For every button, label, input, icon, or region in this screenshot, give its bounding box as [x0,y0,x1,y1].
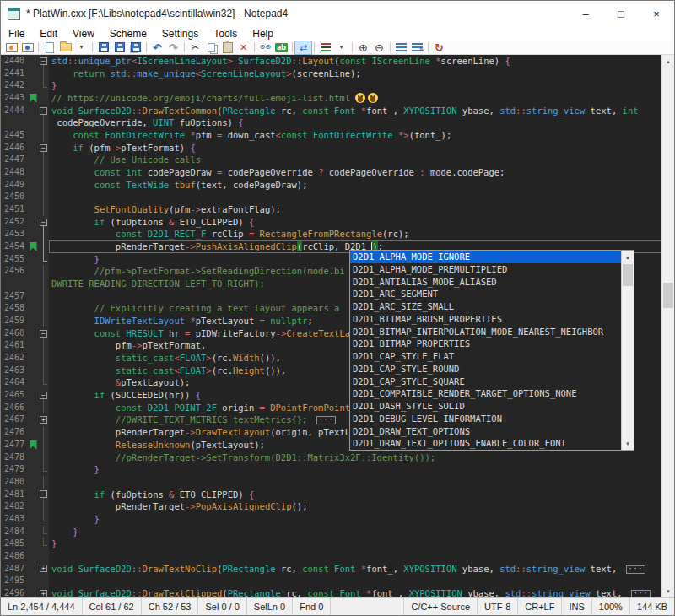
zoom-in-button[interactable]: ⊕ [355,41,371,54]
bookmark-margin[interactable] [28,228,38,240]
autocomplete-item[interactable]: D2D1_DEBUG_LEVEL_INFORMATION [350,413,621,425]
save-button[interactable] [95,41,111,54]
line-number[interactable] [1,116,28,129]
fold-margin[interactable]: − [38,389,49,402]
line-number[interactable]: 2487 [1,563,28,575]
editor-vertical-scrollbar[interactable]: ▲ ▼ [662,55,674,597]
line-number[interactable]: 2482 [1,500,28,513]
code-line[interactable]: if (fuOptions & ETO_CLIPPED) { [49,489,663,501]
code-line[interactable]: } [49,538,663,550]
popup-scrollbar[interactable]: ▲ ▼ [621,251,634,450]
fold-collapsed-icon[interactable]: + [40,565,47,572]
open-recent-dropdown[interactable]: ▾ [73,41,89,54]
fold-expanded-icon[interactable]: − [40,219,47,226]
editor[interactable]: 2440−std::unique_ptr<IScreenLineLayout> … [1,55,674,597]
line-number[interactable]: 2466 [1,402,28,414]
fold-margin[interactable] [38,92,49,105]
fold-margin[interactable] [38,463,49,476]
fold-margin[interactable]: + [38,563,49,575]
code-line[interactable]: void SurfaceD2D::DrawTextNoClip(PRectang… [49,563,663,575]
code-row[interactable]: 2485} [1,538,663,550]
popup-scroll-thumb[interactable] [623,264,633,286]
code-line[interactable]: std::unique_ptr<IScreenLineLayout> Surfa… [49,55,663,68]
fold-margin[interactable]: + [38,587,49,597]
code-row[interactable]: 2480 [1,476,663,489]
fold-margin[interactable] [38,575,49,587]
code-line[interactable]: if (pfm->pTextFormat) { [49,142,663,154]
line-number[interactable]: 2441 [1,68,28,80]
code-line[interactable]: const D2D1_RECT_F rcClip = RectangleFrom… [49,228,663,240]
code-line[interactable]: void SurfaceD2D::DrawTextClipped(PRectan… [49,587,663,597]
autocomplete-item[interactable]: D2D1_ARC_SEGMENT [350,288,621,300]
code-row[interactable]: 2486 [1,550,663,563]
autocomplete-item[interactable]: D2D1_DASH_STYLE_SOLID [350,400,621,413]
fold-margin[interactable] [38,513,49,526]
fold-margin[interactable]: − [38,55,49,68]
fold-expanded-icon[interactable]: − [40,107,47,115]
bookmark-margin[interactable] [28,538,38,550]
code-line[interactable]: const TextWide tbuf(text, codePageDraw); [49,179,663,192]
code-line[interactable]: const int codePageDraw = codePageOverrid… [49,166,663,179]
fold-margin[interactable] [38,538,49,550]
line-number[interactable]: 2461 [1,339,28,352]
fold-margin[interactable] [38,179,49,192]
line-number[interactable]: 2464 [1,376,28,389]
bookmark-margin[interactable] [28,365,38,377]
status-scheme[interactable]: C/C++ Source [403,598,477,615]
bookmark-margin[interactable] [28,154,38,166]
fold-margin[interactable] [38,426,49,439]
code-line[interactable] [49,575,663,587]
code-row[interactable]: 2487+void SurfaceD2D::DrawTextNoClip(PRe… [1,563,663,575]
fold-margin[interactable]: − [38,216,49,229]
line-number[interactable]: 2480 [1,476,28,489]
code-row[interactable]: 2443// https://unicode.org/emoji/charts/… [1,92,663,105]
line-number[interactable] [1,278,28,290]
code-row[interactable]: 2481− if (fuOptions & ETO_CLIPPED) { [1,489,663,501]
line-number[interactable]: 2447 [1,154,28,166]
autocomplete-item[interactable]: D2D1_DRAW_TEXT_OPTIONS_ENABLE_COLOR_FONT [350,437,621,450]
fold-collapsed-icon[interactable]: + [40,590,47,597]
bookmark-margin[interactable] [28,500,38,513]
fold-margin[interactable]: − [38,142,49,154]
fold-margin[interactable] [38,116,49,129]
fold-margin[interactable] [38,191,49,203]
code-row[interactable]: 2450 [1,191,663,203]
line-number[interactable]: 2457 [1,290,28,303]
fold-margin[interactable] [38,240,49,253]
menu-edit[interactable]: Edit [32,28,65,40]
redo-button[interactable]: ↷ [165,41,181,54]
bookmark-margin[interactable] [28,302,38,315]
code-row[interactable]: 2451 SetFontQuality(pfm->extraFontFlag); [1,203,663,216]
bookmark-margin[interactable] [28,587,38,597]
bookmark-margin[interactable] [28,352,38,365]
bookmark-margin[interactable] [28,550,38,563]
fold-margin[interactable] [38,154,49,166]
view-settings-button[interactable] [409,41,425,54]
autocomplete-item[interactable]: D2D1_BITMAP_INTERPOLATION_MODE_NEAREST_N… [350,326,621,338]
fold-margin[interactable] [38,526,49,538]
fold-margin[interactable] [38,68,49,80]
fold-margin[interactable] [38,265,49,278]
bookmark-margin[interactable] [28,278,38,290]
line-number[interactable]: 2444 [1,105,28,117]
undo-button[interactable]: ↶ [149,41,165,54]
line-number[interactable]: 2478 [1,451,28,464]
autocomplete-item[interactable]: D2D1_CAP_STYLE_ROUND [350,363,621,376]
bookmark-margin[interactable] [28,142,38,154]
fold-margin[interactable]: − [38,327,49,340]
menu-settings[interactable]: Settings [154,28,206,40]
status-overtype[interactable]: INS [561,598,591,615]
autocomplete-item[interactable]: D2D1_BITMAP_BRUSH_PROPERTIES [350,313,621,326]
line-number[interactable]: 2476 [1,426,28,439]
line-number[interactable]: 2467 [1,413,28,426]
copy-button[interactable] [203,41,219,54]
code-line[interactable] [49,476,663,489]
code-row[interactable]: 2478 //pRenderTarget->SetTransform(D2D1:… [1,451,663,464]
line-number[interactable]: 2486 [1,550,28,563]
line-number[interactable]: 2445 [1,129,28,142]
fold-margin[interactable] [38,166,49,179]
scroll-thumb[interactable] [663,283,673,308]
fold-margin[interactable] [38,129,49,142]
exit-button[interactable]: ↻ [431,41,447,54]
code-line[interactable] [49,550,663,563]
